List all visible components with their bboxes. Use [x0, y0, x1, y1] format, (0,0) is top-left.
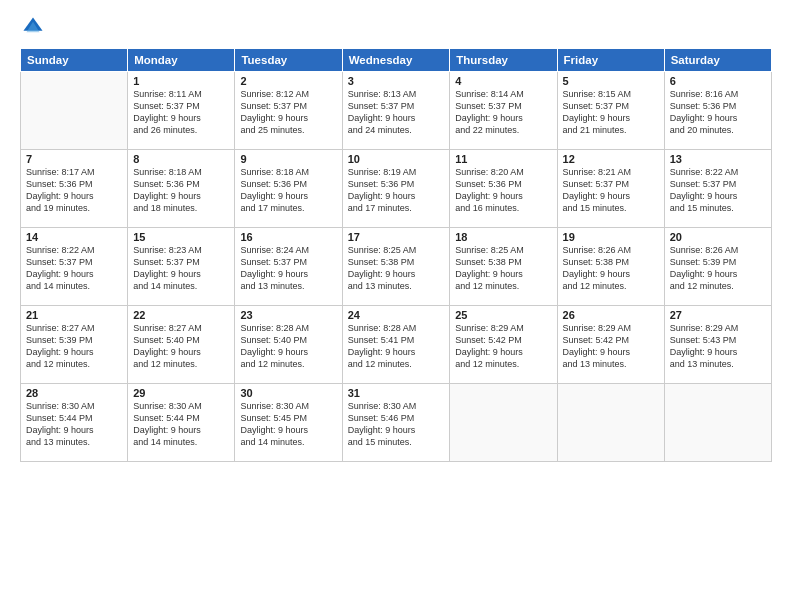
day-number: 12 — [563, 153, 659, 165]
day-number: 29 — [133, 387, 229, 399]
calendar-cell: 2Sunrise: 8:12 AM Sunset: 5:37 PM Daylig… — [235, 72, 342, 150]
day-number: 10 — [348, 153, 445, 165]
day-number: 9 — [240, 153, 336, 165]
calendar-week-4: 21Sunrise: 8:27 AM Sunset: 5:39 PM Dayli… — [21, 306, 772, 384]
calendar-cell: 8Sunrise: 8:18 AM Sunset: 5:36 PM Daylig… — [128, 150, 235, 228]
day-info: Sunrise: 8:11 AM Sunset: 5:37 PM Dayligh… — [133, 88, 229, 137]
day-number: 27 — [670, 309, 766, 321]
day-number: 20 — [670, 231, 766, 243]
day-number: 23 — [240, 309, 336, 321]
calendar-cell: 31Sunrise: 8:30 AM Sunset: 5:46 PM Dayli… — [342, 384, 450, 462]
day-number: 13 — [670, 153, 766, 165]
calendar-cell: 10Sunrise: 8:19 AM Sunset: 5:36 PM Dayli… — [342, 150, 450, 228]
calendar-week-3: 14Sunrise: 8:22 AM Sunset: 5:37 PM Dayli… — [21, 228, 772, 306]
day-number: 7 — [26, 153, 122, 165]
day-info: Sunrise: 8:29 AM Sunset: 5:43 PM Dayligh… — [670, 322, 766, 371]
calendar-week-5: 28Sunrise: 8:30 AM Sunset: 5:44 PM Dayli… — [21, 384, 772, 462]
day-info: Sunrise: 8:23 AM Sunset: 5:37 PM Dayligh… — [133, 244, 229, 293]
calendar-cell: 19Sunrise: 8:26 AM Sunset: 5:38 PM Dayli… — [557, 228, 664, 306]
day-number: 28 — [26, 387, 122, 399]
calendar-cell: 1Sunrise: 8:11 AM Sunset: 5:37 PM Daylig… — [128, 72, 235, 150]
calendar-cell: 22Sunrise: 8:27 AM Sunset: 5:40 PM Dayli… — [128, 306, 235, 384]
day-number: 16 — [240, 231, 336, 243]
day-number: 8 — [133, 153, 229, 165]
day-info: Sunrise: 8:28 AM Sunset: 5:40 PM Dayligh… — [240, 322, 336, 371]
day-info: Sunrise: 8:19 AM Sunset: 5:36 PM Dayligh… — [348, 166, 445, 215]
day-info: Sunrise: 8:22 AM Sunset: 5:37 PM Dayligh… — [670, 166, 766, 215]
day-info: Sunrise: 8:30 AM Sunset: 5:44 PM Dayligh… — [133, 400, 229, 449]
weekday-header-saturday: Saturday — [664, 49, 771, 72]
day-info: Sunrise: 8:30 AM Sunset: 5:46 PM Dayligh… — [348, 400, 445, 449]
calendar-cell — [664, 384, 771, 462]
day-info: Sunrise: 8:13 AM Sunset: 5:37 PM Dayligh… — [348, 88, 445, 137]
weekday-header-row: SundayMondayTuesdayWednesdayThursdayFrid… — [21, 49, 772, 72]
calendar-cell: 21Sunrise: 8:27 AM Sunset: 5:39 PM Dayli… — [21, 306, 128, 384]
weekday-header-thursday: Thursday — [450, 49, 557, 72]
calendar-week-1: 1Sunrise: 8:11 AM Sunset: 5:37 PM Daylig… — [21, 72, 772, 150]
calendar-cell: 17Sunrise: 8:25 AM Sunset: 5:38 PM Dayli… — [342, 228, 450, 306]
calendar-cell: 18Sunrise: 8:25 AM Sunset: 5:38 PM Dayli… — [450, 228, 557, 306]
day-number: 26 — [563, 309, 659, 321]
day-info: Sunrise: 8:30 AM Sunset: 5:45 PM Dayligh… — [240, 400, 336, 449]
day-info: Sunrise: 8:20 AM Sunset: 5:36 PM Dayligh… — [455, 166, 551, 215]
day-info: Sunrise: 8:30 AM Sunset: 5:44 PM Dayligh… — [26, 400, 122, 449]
day-number: 6 — [670, 75, 766, 87]
day-number: 3 — [348, 75, 445, 87]
day-number: 24 — [348, 309, 445, 321]
day-info: Sunrise: 8:28 AM Sunset: 5:41 PM Dayligh… — [348, 322, 445, 371]
day-number: 17 — [348, 231, 445, 243]
calendar-cell: 16Sunrise: 8:24 AM Sunset: 5:37 PM Dayli… — [235, 228, 342, 306]
calendar-cell — [450, 384, 557, 462]
day-number: 22 — [133, 309, 229, 321]
day-info: Sunrise: 8:18 AM Sunset: 5:36 PM Dayligh… — [133, 166, 229, 215]
day-number: 18 — [455, 231, 551, 243]
calendar-cell: 7Sunrise: 8:17 AM Sunset: 5:36 PM Daylig… — [21, 150, 128, 228]
day-info: Sunrise: 8:12 AM Sunset: 5:37 PM Dayligh… — [240, 88, 336, 137]
logo — [20, 16, 44, 38]
calendar-cell: 25Sunrise: 8:29 AM Sunset: 5:42 PM Dayli… — [450, 306, 557, 384]
day-info: Sunrise: 8:25 AM Sunset: 5:38 PM Dayligh… — [455, 244, 551, 293]
day-info: Sunrise: 8:14 AM Sunset: 5:37 PM Dayligh… — [455, 88, 551, 137]
logo-icon — [22, 16, 44, 38]
weekday-header-sunday: Sunday — [21, 49, 128, 72]
calendar-cell: 11Sunrise: 8:20 AM Sunset: 5:36 PM Dayli… — [450, 150, 557, 228]
calendar-cell: 13Sunrise: 8:22 AM Sunset: 5:37 PM Dayli… — [664, 150, 771, 228]
day-info: Sunrise: 8:27 AM Sunset: 5:40 PM Dayligh… — [133, 322, 229, 371]
day-number: 25 — [455, 309, 551, 321]
day-number: 31 — [348, 387, 445, 399]
weekday-header-friday: Friday — [557, 49, 664, 72]
day-info: Sunrise: 8:29 AM Sunset: 5:42 PM Dayligh… — [563, 322, 659, 371]
day-number: 15 — [133, 231, 229, 243]
calendar-cell: 6Sunrise: 8:16 AM Sunset: 5:36 PM Daylig… — [664, 72, 771, 150]
day-info: Sunrise: 8:21 AM Sunset: 5:37 PM Dayligh… — [563, 166, 659, 215]
calendar-cell: 15Sunrise: 8:23 AM Sunset: 5:37 PM Dayli… — [128, 228, 235, 306]
day-number: 1 — [133, 75, 229, 87]
calendar-cell: 23Sunrise: 8:28 AM Sunset: 5:40 PM Dayli… — [235, 306, 342, 384]
header — [20, 16, 772, 38]
day-info: Sunrise: 8:24 AM Sunset: 5:37 PM Dayligh… — [240, 244, 336, 293]
day-info: Sunrise: 8:26 AM Sunset: 5:38 PM Dayligh… — [563, 244, 659, 293]
calendar-cell: 28Sunrise: 8:30 AM Sunset: 5:44 PM Dayli… — [21, 384, 128, 462]
page: SundayMondayTuesdayWednesdayThursdayFrid… — [0, 0, 792, 612]
calendar-cell — [21, 72, 128, 150]
weekday-header-wednesday: Wednesday — [342, 49, 450, 72]
weekday-header-monday: Monday — [128, 49, 235, 72]
day-info: Sunrise: 8:16 AM Sunset: 5:36 PM Dayligh… — [670, 88, 766, 137]
calendar-table: SundayMondayTuesdayWednesdayThursdayFrid… — [20, 48, 772, 462]
day-number: 19 — [563, 231, 659, 243]
day-number: 21 — [26, 309, 122, 321]
calendar-cell: 30Sunrise: 8:30 AM Sunset: 5:45 PM Dayli… — [235, 384, 342, 462]
calendar-cell: 5Sunrise: 8:15 AM Sunset: 5:37 PM Daylig… — [557, 72, 664, 150]
day-info: Sunrise: 8:22 AM Sunset: 5:37 PM Dayligh… — [26, 244, 122, 293]
calendar-cell: 20Sunrise: 8:26 AM Sunset: 5:39 PM Dayli… — [664, 228, 771, 306]
calendar-week-2: 7Sunrise: 8:17 AM Sunset: 5:36 PM Daylig… — [21, 150, 772, 228]
calendar-cell: 24Sunrise: 8:28 AM Sunset: 5:41 PM Dayli… — [342, 306, 450, 384]
day-number: 11 — [455, 153, 551, 165]
calendar-cell: 29Sunrise: 8:30 AM Sunset: 5:44 PM Dayli… — [128, 384, 235, 462]
calendar-cell — [557, 384, 664, 462]
calendar-cell: 14Sunrise: 8:22 AM Sunset: 5:37 PM Dayli… — [21, 228, 128, 306]
day-info: Sunrise: 8:15 AM Sunset: 5:37 PM Dayligh… — [563, 88, 659, 137]
calendar-cell: 26Sunrise: 8:29 AM Sunset: 5:42 PM Dayli… — [557, 306, 664, 384]
day-number: 30 — [240, 387, 336, 399]
calendar-cell: 12Sunrise: 8:21 AM Sunset: 5:37 PM Dayli… — [557, 150, 664, 228]
